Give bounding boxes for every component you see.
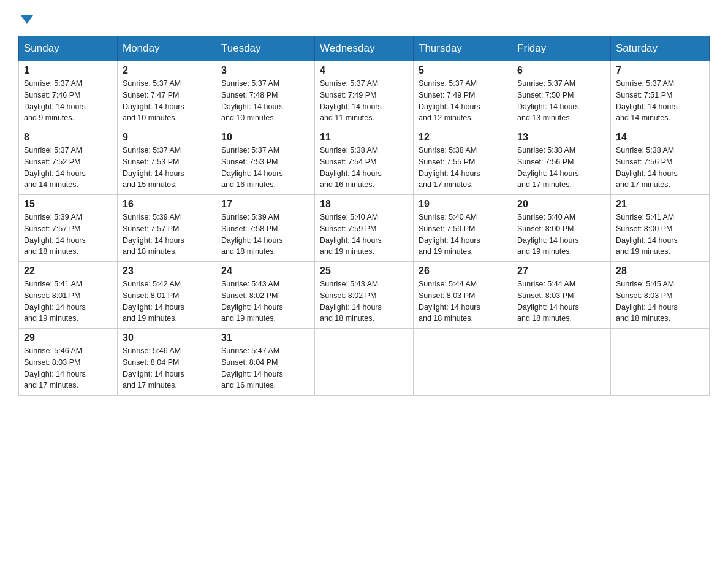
calendar-day-cell xyxy=(611,329,710,396)
day-number: 21 xyxy=(616,199,704,210)
calendar-week-row: 29 Sunrise: 5:46 AMSunset: 8:03 PMDaylig… xyxy=(19,329,710,396)
day-info: Sunrise: 5:39 AMSunset: 7:58 PMDaylight:… xyxy=(221,212,309,258)
calendar-day-cell: 5 Sunrise: 5:37 AMSunset: 7:49 PMDayligh… xyxy=(414,61,512,128)
day-number: 3 xyxy=(221,65,309,76)
day-number: 28 xyxy=(616,266,704,277)
day-info: Sunrise: 5:44 AMSunset: 8:03 PMDaylight:… xyxy=(517,278,605,324)
day-number: 19 xyxy=(419,199,507,210)
calendar-day-cell: 6 Sunrise: 5:37 AMSunset: 7:50 PMDayligh… xyxy=(512,61,611,128)
day-number: 25 xyxy=(320,266,408,277)
calendar-day-cell xyxy=(512,329,611,396)
day-number: 11 xyxy=(320,132,408,143)
calendar-day-cell: 19 Sunrise: 5:40 AMSunset: 7:59 PMDaylig… xyxy=(414,195,512,262)
calendar-day-cell: 22 Sunrise: 5:41 AMSunset: 8:01 PMDaylig… xyxy=(19,262,118,329)
day-info: Sunrise: 5:37 AMSunset: 7:47 PMDaylight:… xyxy=(123,78,211,124)
day-of-week-header: Saturday xyxy=(611,36,710,61)
day-of-week-header: Thursday xyxy=(414,36,512,61)
day-number: 18 xyxy=(320,199,408,210)
day-number: 22 xyxy=(24,266,112,277)
logo-arrow-icon xyxy=(21,15,33,24)
day-of-week-header: Wednesday xyxy=(315,36,414,61)
calendar-day-cell: 25 Sunrise: 5:43 AMSunset: 8:02 PMDaylig… xyxy=(315,262,414,329)
calendar-day-cell: 21 Sunrise: 5:41 AMSunset: 8:00 PMDaylig… xyxy=(611,195,710,262)
day-number: 16 xyxy=(123,199,211,210)
calendar-day-cell: 28 Sunrise: 5:45 AMSunset: 8:03 PMDaylig… xyxy=(611,262,710,329)
day-number: 15 xyxy=(24,199,112,210)
day-info: Sunrise: 5:47 AMSunset: 8:04 PMDaylight:… xyxy=(221,345,309,391)
day-info: Sunrise: 5:46 AMSunset: 8:03 PMDaylight:… xyxy=(24,345,112,391)
day-number: 20 xyxy=(517,199,605,210)
calendar-day-cell: 18 Sunrise: 5:40 AMSunset: 7:59 PMDaylig… xyxy=(315,195,414,262)
page-header xyxy=(18,12,710,29)
day-info: Sunrise: 5:40 AMSunset: 8:00 PMDaylight:… xyxy=(517,212,605,258)
day-info: Sunrise: 5:37 AMSunset: 7:51 PMDaylight:… xyxy=(616,78,704,124)
day-number: 23 xyxy=(123,266,211,277)
calendar-header-row: SundayMondayTuesdayWednesdayThursdayFrid… xyxy=(19,36,710,61)
logo-text xyxy=(18,12,33,28)
logo xyxy=(18,12,33,29)
calendar-week-row: 22 Sunrise: 5:41 AMSunset: 8:01 PMDaylig… xyxy=(19,262,710,329)
day-info: Sunrise: 5:41 AMSunset: 8:01 PMDaylight:… xyxy=(24,278,112,324)
calendar-day-cell: 7 Sunrise: 5:37 AMSunset: 7:51 PMDayligh… xyxy=(611,61,710,128)
day-number: 7 xyxy=(616,65,704,76)
day-of-week-header: Sunday xyxy=(19,36,118,61)
calendar-day-cell: 15 Sunrise: 5:39 AMSunset: 7:57 PMDaylig… xyxy=(19,195,118,262)
day-info: Sunrise: 5:37 AMSunset: 7:53 PMDaylight:… xyxy=(221,145,309,191)
calendar-week-row: 1 Sunrise: 5:37 AMSunset: 7:46 PMDayligh… xyxy=(19,61,710,128)
day-info: Sunrise: 5:38 AMSunset: 7:55 PMDaylight:… xyxy=(419,145,507,191)
calendar-day-cell: 29 Sunrise: 5:46 AMSunset: 8:03 PMDaylig… xyxy=(19,329,118,396)
day-info: Sunrise: 5:40 AMSunset: 7:59 PMDaylight:… xyxy=(419,212,507,258)
day-info: Sunrise: 5:45 AMSunset: 8:03 PMDaylight:… xyxy=(616,278,704,324)
day-info: Sunrise: 5:37 AMSunset: 7:49 PMDaylight:… xyxy=(419,78,507,124)
day-number: 27 xyxy=(517,266,605,277)
calendar-day-cell: 1 Sunrise: 5:37 AMSunset: 7:46 PMDayligh… xyxy=(19,61,118,128)
day-number: 13 xyxy=(517,132,605,143)
calendar-day-cell: 13 Sunrise: 5:38 AMSunset: 7:56 PMDaylig… xyxy=(512,128,611,195)
calendar-day-cell: 23 Sunrise: 5:42 AMSunset: 8:01 PMDaylig… xyxy=(118,262,216,329)
day-info: Sunrise: 5:37 AMSunset: 7:52 PMDaylight:… xyxy=(24,145,112,191)
day-of-week-header: Friday xyxy=(512,36,611,61)
calendar-day-cell: 26 Sunrise: 5:44 AMSunset: 8:03 PMDaylig… xyxy=(414,262,512,329)
calendar-day-cell: 16 Sunrise: 5:39 AMSunset: 7:57 PMDaylig… xyxy=(118,195,216,262)
day-info: Sunrise: 5:46 AMSunset: 8:04 PMDaylight:… xyxy=(123,345,211,391)
day-info: Sunrise: 5:42 AMSunset: 8:01 PMDaylight:… xyxy=(123,278,211,324)
day-info: Sunrise: 5:37 AMSunset: 7:53 PMDaylight:… xyxy=(123,145,211,191)
day-info: Sunrise: 5:39 AMSunset: 7:57 PMDaylight:… xyxy=(24,212,112,258)
calendar-day-cell: 3 Sunrise: 5:37 AMSunset: 7:48 PMDayligh… xyxy=(216,61,315,128)
day-info: Sunrise: 5:43 AMSunset: 8:02 PMDaylight:… xyxy=(320,278,408,324)
day-info: Sunrise: 5:41 AMSunset: 8:00 PMDaylight:… xyxy=(616,212,704,258)
calendar-day-cell: 20 Sunrise: 5:40 AMSunset: 8:00 PMDaylig… xyxy=(512,195,611,262)
day-number: 17 xyxy=(221,199,309,210)
day-info: Sunrise: 5:43 AMSunset: 8:02 PMDaylight:… xyxy=(221,278,309,324)
day-info: Sunrise: 5:38 AMSunset: 7:56 PMDaylight:… xyxy=(616,145,704,191)
day-number: 14 xyxy=(616,132,704,143)
calendar-day-cell: 14 Sunrise: 5:38 AMSunset: 7:56 PMDaylig… xyxy=(611,128,710,195)
day-number: 8 xyxy=(24,132,112,143)
day-number: 6 xyxy=(517,65,605,76)
calendar-day-cell: 2 Sunrise: 5:37 AMSunset: 7:47 PMDayligh… xyxy=(118,61,216,128)
day-number: 10 xyxy=(221,132,309,143)
day-info: Sunrise: 5:38 AMSunset: 7:54 PMDaylight:… xyxy=(320,145,408,191)
day-number: 5 xyxy=(419,65,507,76)
calendar-day-cell: 17 Sunrise: 5:39 AMSunset: 7:58 PMDaylig… xyxy=(216,195,315,262)
day-info: Sunrise: 5:37 AMSunset: 7:49 PMDaylight:… xyxy=(320,78,408,124)
calendar-day-cell: 9 Sunrise: 5:37 AMSunset: 7:53 PMDayligh… xyxy=(118,128,216,195)
day-number: 2 xyxy=(123,65,211,76)
day-of-week-header: Monday xyxy=(118,36,216,61)
calendar-week-row: 8 Sunrise: 5:37 AMSunset: 7:52 PMDayligh… xyxy=(19,128,710,195)
day-number: 1 xyxy=(24,65,112,76)
calendar-day-cell: 27 Sunrise: 5:44 AMSunset: 8:03 PMDaylig… xyxy=(512,262,611,329)
day-number: 30 xyxy=(123,332,211,343)
day-info: Sunrise: 5:39 AMSunset: 7:57 PMDaylight:… xyxy=(123,212,211,258)
day-info: Sunrise: 5:37 AMSunset: 7:46 PMDaylight:… xyxy=(24,78,112,124)
day-info: Sunrise: 5:38 AMSunset: 7:56 PMDaylight:… xyxy=(517,145,605,191)
calendar-table: SundayMondayTuesdayWednesdayThursdayFrid… xyxy=(18,36,710,396)
calendar-day-cell: 31 Sunrise: 5:47 AMSunset: 8:04 PMDaylig… xyxy=(216,329,315,396)
day-number: 12 xyxy=(419,132,507,143)
day-info: Sunrise: 5:37 AMSunset: 7:50 PMDaylight:… xyxy=(517,78,605,124)
day-info: Sunrise: 5:40 AMSunset: 7:59 PMDaylight:… xyxy=(320,212,408,258)
day-number: 4 xyxy=(320,65,408,76)
calendar-day-cell: 24 Sunrise: 5:43 AMSunset: 8:02 PMDaylig… xyxy=(216,262,315,329)
day-info: Sunrise: 5:44 AMSunset: 8:03 PMDaylight:… xyxy=(419,278,507,324)
calendar-day-cell: 30 Sunrise: 5:46 AMSunset: 8:04 PMDaylig… xyxy=(118,329,216,396)
